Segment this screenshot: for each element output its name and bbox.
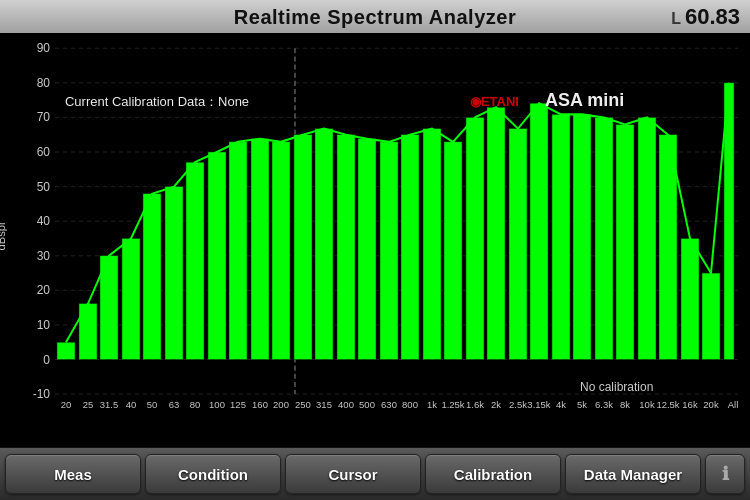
svg-text:500: 500	[359, 399, 375, 410]
level-display: L 60.83	[671, 4, 740, 30]
svg-text:50: 50	[37, 180, 51, 194]
brand-logo: ◉ETANI	[470, 94, 519, 109]
svg-rect-45	[509, 129, 527, 360]
svg-text:20k: 20k	[703, 399, 719, 410]
svg-text:1.6k: 1.6k	[466, 399, 484, 410]
svg-text:4k: 4k	[556, 399, 566, 410]
svg-text:1.25k: 1.25k	[441, 399, 464, 410]
cursor-button[interactable]: Cursor	[285, 454, 421, 494]
svg-rect-50	[616, 125, 634, 360]
svg-rect-31	[208, 152, 226, 360]
svg-text:2k: 2k	[491, 399, 501, 410]
svg-text:20: 20	[61, 399, 72, 410]
data-manager-button[interactable]: Data Manager	[565, 454, 701, 494]
svg-text:63: 63	[169, 399, 180, 410]
svg-rect-48	[573, 114, 591, 359]
svg-text:5k: 5k	[577, 399, 587, 410]
svg-text:12.5k: 12.5k	[656, 399, 679, 410]
svg-text:2.5k: 2.5k	[509, 399, 527, 410]
meas-button[interactable]: Meas	[5, 454, 141, 494]
svg-rect-32	[229, 142, 247, 360]
svg-rect-54	[702, 273, 720, 359]
no-calibration-text: No calibration	[580, 380, 653, 394]
svg-rect-41	[423, 129, 441, 360]
svg-text:1k: 1k	[427, 399, 437, 410]
calibration-label: Current Calibration Data：None	[65, 94, 249, 109]
svg-rect-53	[681, 238, 699, 359]
chart-container[interactable]: 90 80 70 60 50 40 30 20 10 0 -10 dBspl	[0, 33, 750, 447]
svg-text:All: All	[728, 399, 739, 410]
svg-rect-51	[638, 117, 656, 359]
svg-text:70: 70	[37, 110, 51, 124]
svg-rect-38	[358, 139, 376, 360]
svg-text:800: 800	[402, 399, 418, 410]
calibration-button[interactable]: Calibration	[425, 454, 561, 494]
svg-text:40: 40	[126, 399, 137, 410]
svg-text:90: 90	[37, 41, 51, 55]
svg-rect-46	[530, 103, 548, 359]
svg-rect-40	[401, 135, 419, 360]
svg-text:160: 160	[252, 399, 268, 410]
svg-rect-29	[165, 187, 183, 360]
svg-rect-44	[487, 107, 505, 359]
svg-text:315: 315	[316, 399, 332, 410]
svg-rect-49	[595, 117, 613, 359]
svg-text:25: 25	[83, 399, 94, 410]
svg-rect-47	[552, 114, 570, 359]
svg-text:40: 40	[37, 214, 51, 228]
svg-text:8k: 8k	[620, 399, 630, 410]
svg-rect-37	[337, 135, 355, 360]
svg-rect-33	[251, 139, 269, 360]
svg-text:30: 30	[37, 249, 51, 263]
svg-rect-28	[143, 194, 161, 360]
svg-rect-35	[294, 135, 312, 360]
svg-text:80: 80	[190, 399, 201, 410]
svg-text:50: 50	[147, 399, 158, 410]
title-bar: Realtime Spectrum Analyzer L 60.83	[0, 0, 750, 33]
svg-text:3.15k: 3.15k	[527, 399, 550, 410]
spectrum-chart: 90 80 70 60 50 40 30 20 10 0 -10 dBspl	[0, 33, 750, 447]
level-channel: L	[671, 10, 681, 28]
svg-rect-24	[57, 342, 75, 359]
svg-text:-10: -10	[33, 387, 51, 401]
svg-rect-42	[444, 142, 462, 360]
app: Realtime Spectrum Analyzer L 60.83	[0, 0, 750, 500]
svg-rect-27	[122, 238, 140, 359]
svg-text:100: 100	[209, 399, 225, 410]
svg-rect-30	[186, 162, 204, 359]
info-button[interactable]: ℹ	[705, 454, 745, 494]
brand-name: ASA mini	[545, 90, 624, 110]
level-value: 60.83	[685, 4, 740, 30]
svg-text:10k: 10k	[639, 399, 655, 410]
bottom-nav: Meas Condition Cursor Calibration Data M…	[0, 447, 750, 500]
svg-text:10: 10	[37, 318, 51, 332]
svg-text:200: 200	[273, 399, 289, 410]
svg-text:6.3k: 6.3k	[595, 399, 613, 410]
svg-text:250: 250	[295, 399, 311, 410]
svg-text:400: 400	[338, 399, 354, 410]
svg-text:16k: 16k	[682, 399, 698, 410]
svg-text:630: 630	[381, 399, 397, 410]
svg-rect-36	[315, 129, 333, 360]
svg-rect-25	[79, 304, 97, 360]
svg-text:31.5: 31.5	[100, 399, 118, 410]
svg-rect-34	[272, 142, 290, 360]
svg-rect-43	[466, 117, 484, 359]
y-axis-label: dBspl	[0, 222, 7, 250]
app-title: Realtime Spectrum Analyzer	[234, 6, 516, 28]
svg-rect-39	[380, 142, 398, 360]
condition-button[interactable]: Condition	[145, 454, 281, 494]
svg-text:125: 125	[230, 399, 246, 410]
svg-text:80: 80	[37, 76, 51, 90]
svg-text:0: 0	[43, 352, 50, 366]
svg-text:60: 60	[37, 145, 51, 159]
svg-text:20: 20	[37, 283, 51, 297]
